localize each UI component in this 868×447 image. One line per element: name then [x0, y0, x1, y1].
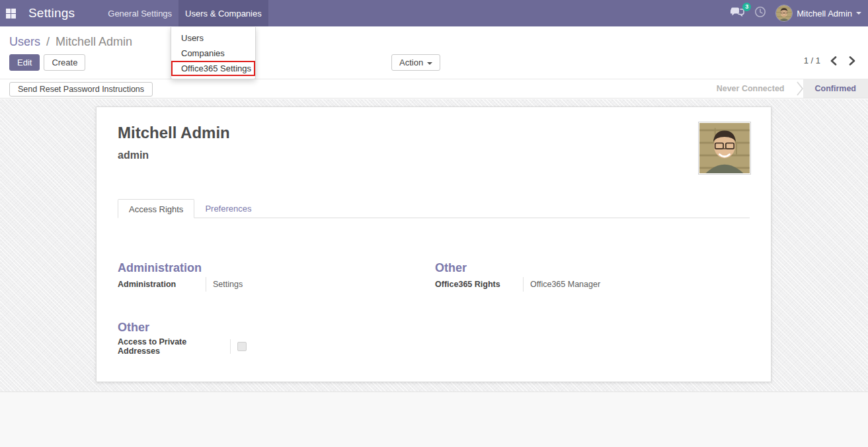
menu-general-settings[interactable]: General Settings [101, 0, 178, 26]
app-brand-title[interactable]: Settings [28, 6, 75, 20]
send-reset-password-button[interactable]: Send Reset Password Instructions [9, 82, 153, 97]
field-separator [206, 277, 206, 292]
user-form-sheet: Mitchell Admin admin Access Rights Prefe… [96, 106, 771, 382]
menu-users-companies[interactable]: Users & Companies [178, 0, 268, 26]
section-heading-administration: Administration [118, 261, 202, 275]
messages-count-badge: 3 [742, 3, 751, 11]
access-private-addresses-checkbox [237, 342, 247, 351]
field-value-administration: Settings [213, 280, 243, 289]
field-separator [523, 277, 524, 292]
create-button[interactable]: Create [44, 54, 85, 71]
caret-down-icon [427, 62, 432, 65]
breadcrumb: Users / Mitchell Admin [9, 35, 132, 49]
user-menu[interactable]: Mitchell Admin [775, 5, 861, 22]
statusbar-arrow-icon [797, 79, 803, 98]
action-dropdown-button[interactable]: Action [391, 54, 440, 71]
activities-button[interactable] [754, 6, 766, 20]
control-panel: Users / Mitchell Admin Edit Create Actio… [0, 26, 868, 79]
users-companies-dropdown: Users Companies Office365 Settings [171, 27, 256, 79]
screen: Settings General Settings Users & Compan… [0, 0, 868, 447]
tab-preferences[interactable]: Preferences [194, 199, 262, 218]
field-label-access-private-addresses: Access to Private Addresses [118, 337, 223, 356]
user-name-title: Mitchell Admin [118, 124, 230, 142]
pager-value[interactable]: 1 / 1 [804, 56, 820, 65]
pager-previous-button[interactable] [830, 56, 837, 65]
section-heading-other-right: Other [435, 261, 467, 275]
form-buttons: Edit Create [9, 54, 85, 71]
dropdown-item-users[interactable]: Users [171, 30, 255, 46]
tab-access-rights[interactable]: Access Rights [118, 199, 194, 218]
messages-button[interactable]: 3 [730, 7, 745, 20]
user-avatar [775, 5, 793, 22]
field-separator [230, 339, 231, 354]
action-menu-wrap: Action [391, 54, 440, 71]
footer-background [0, 391, 868, 447]
field-access-private-addresses: Access to Private Addresses [118, 337, 247, 356]
field-office365-rights: Office365 Rights Office365 Manager [435, 277, 600, 292]
chevron-right-icon [849, 56, 856, 65]
dropdown-item-companies[interactable]: Companies [171, 46, 255, 61]
edit-button[interactable]: Edit [9, 54, 40, 71]
field-label-office365-rights: Office365 Rights [435, 280, 516, 289]
user-login: admin [118, 149, 149, 161]
caret-down-icon [856, 12, 861, 15]
field-value-office365-rights: Office365 Manager [530, 280, 600, 289]
form-statusbar: Send Reset Password Instructions Never C… [0, 79, 868, 99]
notebook-tabs: Access Rights Preferences [118, 199, 750, 218]
clock-icon [754, 6, 766, 20]
breadcrumb-current: Mitchell Admin [56, 35, 132, 48]
pager-next-button[interactable] [849, 56, 856, 65]
dropdown-item-office365-settings[interactable]: Office365 Settings [171, 61, 255, 76]
navbar-left: Settings General Settings Users & Compan… [0, 0, 268, 26]
state-confirmed[interactable]: Confirmed [803, 79, 868, 98]
user-name-label: Mitchell Admin [797, 9, 852, 19]
apps-grid-icon[interactable] [6, 9, 16, 19]
field-administration: Administration Settings [118, 277, 243, 292]
user-photo [698, 122, 751, 175]
pager: 1 / 1 [804, 56, 856, 65]
section-heading-other-left: Other [118, 321, 149, 335]
breadcrumb-users-link[interactable]: Users [9, 35, 40, 48]
navbar-right: 3 [730, 0, 861, 26]
statusbar-states: Never Connected Confirmed [705, 79, 868, 98]
field-label-administration: Administration [118, 280, 199, 289]
breadcrumb-separator: / [46, 35, 50, 48]
chevron-left-icon [830, 56, 837, 65]
pager-nav [830, 56, 856, 65]
top-navbar: Settings General Settings Users & Compan… [0, 0, 868, 26]
navbar-menu: General Settings Users & Companies [101, 0, 268, 26]
state-never-connected[interactable]: Never Connected [705, 79, 797, 98]
